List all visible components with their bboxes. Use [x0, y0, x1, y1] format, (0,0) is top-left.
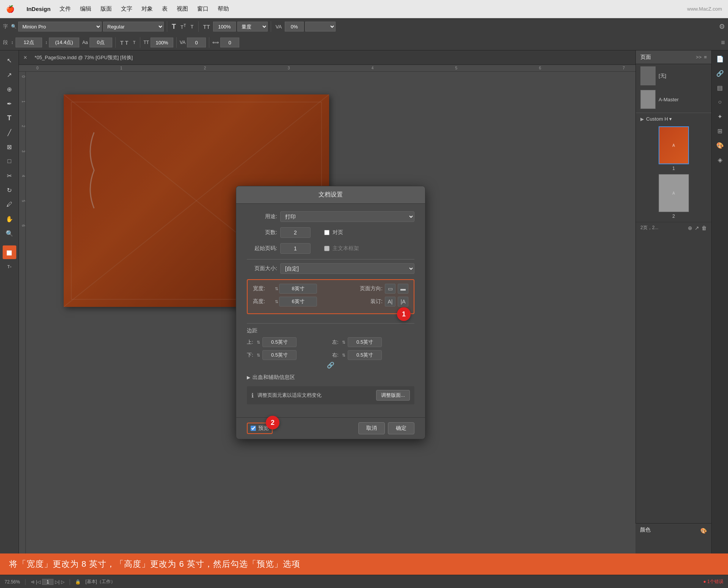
delete-page-icon[interactable]: 🗑 — [701, 225, 707, 231]
first-page-btn[interactable]: |◁ — [36, 579, 41, 585]
fr-pages-icon[interactable]: 📄 — [713, 52, 727, 66]
apple-icon[interactable]: 🍎 — [6, 5, 14, 13]
margin-left-spinner[interactable]: ⇅ — [342, 340, 345, 345]
panel-menu-icon[interactable]: ≡ — [704, 54, 707, 60]
app-name[interactable]: InDesign — [27, 6, 50, 12]
menu-edit[interactable]: 编辑 — [80, 5, 91, 13]
menu-object[interactable]: 对象 — [141, 5, 153, 13]
settings-icon[interactable]: ⚙ — [719, 22, 725, 31]
leading2-input[interactable] — [220, 38, 239, 47]
page-size-select[interactable]: [自定] — [280, 263, 414, 274]
h-scale-input[interactable] — [151, 38, 173, 47]
tracking-input[interactable] — [89, 38, 112, 47]
fill-stroke-tool[interactable]: ◼ — [3, 245, 16, 259]
fr-colors2-icon[interactable]: 🎨 — [713, 138, 727, 152]
tab-close-icon[interactable]: × — [24, 54, 27, 61]
prev-page-btn[interactable]: ⊲ — [31, 579, 35, 585]
facing-pages-checkbox[interactable] — [324, 230, 329, 235]
gap-tool[interactable]: ⊕ — [3, 82, 16, 96]
color-palette-icon[interactable]: 🎨 — [700, 528, 707, 534]
rect-tool[interactable]: □ — [3, 154, 16, 168]
font-style-select[interactable]: Regular — [103, 22, 164, 31]
menu-table[interactable]: 表 — [162, 5, 168, 13]
font-size-input[interactable] — [16, 38, 42, 47]
fr-links-icon[interactable]: 🔗 — [713, 66, 727, 80]
fr-swatches-icon[interactable]: ◈ — [713, 153, 727, 167]
panel-expand-icon[interactable]: >> — [696, 54, 701, 60]
measure-select[interactable]: 量度 — [237, 22, 268, 31]
skew-select[interactable] — [305, 22, 336, 31]
free-transform-tool[interactable]: ↻ — [3, 183, 16, 197]
new-page-icon[interactable]: ⊕ — [688, 225, 692, 231]
primary-frame-checkbox[interactable] — [324, 246, 329, 251]
menu-file[interactable]: 文件 — [60, 5, 71, 13]
binding-left-btn[interactable]: A| — [385, 297, 395, 307]
pen-tool[interactable]: ✒ — [3, 97, 16, 110]
menu-text[interactable]: 文字 — [121, 5, 132, 13]
preview-checkbox[interactable] — [251, 426, 256, 431]
menu-help[interactable]: 帮助 — [218, 5, 229, 13]
select-tool[interactable]: ↖ — [3, 53, 16, 67]
adjust-layout-btn[interactable]: 调整版面... — [376, 390, 410, 401]
menu-window[interactable]: 窗口 — [197, 5, 209, 13]
panel-none-row[interactable]: [无] — [636, 64, 711, 88]
menu-layout[interactable]: 版面 — [100, 5, 112, 13]
line-tool[interactable]: ╱ — [3, 126, 16, 139]
bleed-row[interactable]: ▶ 出血和辅助信息区 — [247, 374, 414, 381]
fr-layers-icon[interactable]: ▤ — [713, 81, 727, 94]
next-page-btn[interactable]: ▷| — [55, 579, 60, 585]
page-1-item[interactable]: A 1 — [639, 126, 708, 171]
tab-title[interactable]: *05_PageSize.indd @ 73% [GPU预览] [转换] — [31, 53, 136, 63]
zoom-level[interactable]: 72.56% — [5, 579, 20, 585]
landscape-btn[interactable]: ▬ — [398, 284, 408, 294]
scissors-tool[interactable]: ✂ — [3, 169, 16, 182]
margin-bottom-input[interactable] — [262, 350, 297, 360]
hamburger-icon[interactable]: ≡ — [721, 39, 725, 47]
width-input[interactable] — [279, 284, 317, 294]
baseline-input[interactable] — [187, 38, 206, 47]
menu-view[interactable]: 视图 — [177, 5, 188, 13]
eyedropper-tool[interactable]: 🖊 — [3, 198, 16, 211]
right-panels-area: 页面 >> ≡ [无] A-Master ▶ Custom H ▾ — [635, 50, 711, 553]
portrait-btn[interactable]: ▭ — [385, 284, 395, 294]
error-indicator[interactable]: ● 1个错误 — [703, 579, 723, 585]
rect-frame-tool[interactable]: ⊠ — [3, 140, 16, 154]
width-spinner-icon[interactable]: ⇅ — [275, 286, 278, 291]
toolbar-row1: 字 🔍 Minion Pro Regular T TT T TT 量度 VA ⚙ — [0, 18, 728, 35]
type-tool[interactable]: T — [3, 111, 16, 125]
ruler-mark-2: 2 — [204, 66, 206, 70]
height-input[interactable] — [279, 297, 317, 307]
last-page-btn[interactable]: ▷ — [61, 579, 64, 585]
pages-input[interactable] — [280, 227, 311, 238]
ok-button[interactable]: 确定 — [388, 422, 414, 434]
fr-effects-icon[interactable]: ✦ — [713, 110, 727, 123]
binding-right-btn[interactable]: |A — [398, 297, 408, 307]
margin-right-spinner[interactable]: ⇅ — [342, 353, 345, 358]
direct-select-tool[interactable]: ↗ — [3, 68, 16, 82]
font-scale-input[interactable] — [213, 22, 236, 31]
custom-h-label[interactable]: Custom H ▾ — [646, 116, 672, 122]
leading-input[interactable] — [49, 38, 79, 47]
margin-bottom-spinner[interactable]: ⇅ — [257, 353, 260, 358]
margin-top-input[interactable] — [262, 337, 297, 347]
none-label: [无] — [659, 72, 666, 79]
panel-amaster-row[interactable]: A-Master — [636, 88, 711, 111]
margin-top-spinner[interactable]: ⇅ — [257, 340, 260, 345]
height-spinner-icon[interactable]: ⇅ — [275, 299, 278, 304]
start-page-input[interactable] — [280, 243, 311, 254]
text-frame-tool[interactable]: T▫ — [3, 260, 16, 274]
purpose-select[interactable]: 打印 — [280, 211, 414, 222]
fr-align-icon[interactable]: ⊞ — [713, 124, 727, 138]
zoom-tool[interactable]: 🔍 — [3, 226, 16, 240]
font-name-select[interactable]: Minion Pro — [18, 22, 102, 31]
page-input[interactable] — [42, 579, 53, 585]
move-page-icon[interactable]: ↗ — [695, 225, 699, 231]
margin-right-input[interactable] — [348, 350, 382, 360]
bleed-section: ▶ 出血和辅助信息区 — [247, 374, 414, 381]
page-2-item[interactable]: A 2 — [639, 174, 708, 219]
hand-tool[interactable]: ✋ — [3, 212, 16, 226]
fr-stroke-icon[interactable]: ○ — [713, 95, 727, 109]
cancel-button[interactable]: 取消 — [358, 422, 385, 434]
margin-left-input[interactable] — [348, 337, 382, 347]
skew-input[interactable] — [285, 22, 304, 31]
